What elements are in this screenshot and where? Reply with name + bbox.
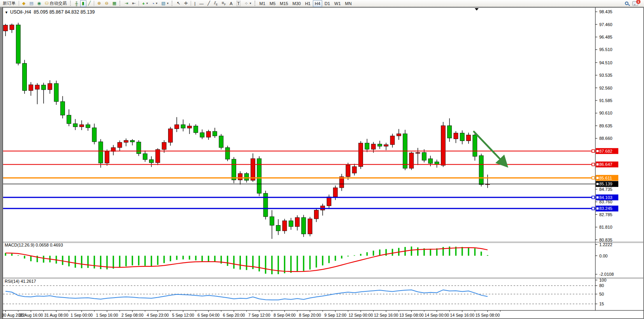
algo-trading-button[interactable]: ⛁ 自动交易: [43, 0, 68, 7]
text-label-button[interactable]: T: [235, 0, 243, 7]
new-order-label: 新订单: [3, 0, 16, 6]
price-tick-label: 81.810: [599, 225, 612, 229]
market-watch-button[interactable]: ◉: [35, 0, 43, 7]
price-tick-label: 98.435: [599, 9, 612, 14]
horizontal-line-icon: —: [199, 1, 204, 6]
chart-ohlc-values: 85.095 85.867 84.832 85.139: [34, 9, 95, 15]
price-tick-label: 90.610: [599, 111, 612, 115]
notifications-button[interactable]: 1: [630, 0, 640, 7]
label-marker: [597, 208, 598, 210]
time-axis-label: 30 Aug 16:00: [19, 313, 43, 317]
crosshair-icon: ✛: [184, 1, 188, 6]
zoom-out-button[interactable]: ⊖: [103, 0, 110, 7]
time-axis-label: 2 Sep 08:00: [121, 313, 144, 317]
horizontal-line-button[interactable]: —: [197, 0, 205, 7]
crosshair-button[interactable]: ✛: [182, 0, 190, 7]
label-marker: [597, 183, 598, 185]
auto-scroll-button[interactable]: ⇥: [123, 0, 130, 7]
chart-shift-button[interactable]: ⇤: [130, 0, 137, 7]
price-tick-label: 97.460: [599, 22, 612, 27]
main-toolbar: 新订单 ◆ ▤ ◉ ⛁ 自动交易 ╫ ▮ ╱ ⊕ ⊖ ▦ ⇥ ⇤ +▾ ◔▾ ▧…: [0, 0, 644, 7]
timeframe-button-mn[interactable]: MN: [343, 0, 354, 7]
new-chart-button[interactable]: ◆: [20, 0, 27, 7]
chevron-down-icon: ▾: [250, 2, 251, 5]
profiles-icon: ▤: [29, 1, 33, 6]
timeframe-button-m15[interactable]: M15: [278, 0, 290, 7]
window-left-edge: [0, 7, 3, 319]
time-axis-label: 5 Sep 12:00: [172, 313, 194, 317]
chevron-down-icon: ▾: [167, 2, 168, 5]
timeframe-button-h4[interactable]: H4: [313, 0, 322, 7]
timeframe-button-m1[interactable]: M1: [258, 0, 267, 7]
zoom-in-icon: ⊕: [97, 1, 101, 6]
price-line-label-text: 86.647: [599, 162, 612, 167]
text-label-icon: T: [237, 1, 241, 6]
cursor-button[interactable]: ↖: [175, 0, 182, 7]
toolbar-grip: [172, 1, 174, 6]
notification-badge: 1: [636, 0, 640, 4]
price-tick-label: 92.560: [599, 86, 612, 90]
price-tick-label: 94.510: [599, 60, 612, 65]
candlestick-chart-type-button[interactable]: ▮: [80, 0, 86, 7]
timeframe-button-d1[interactable]: D1: [323, 0, 332, 7]
candle: [308, 217, 312, 236]
text-button[interactable]: A: [228, 0, 234, 7]
toolbar-separator: [19, 1, 19, 6]
time-axis-label: 6 Sep 20:00: [223, 313, 245, 317]
zoom-in-button[interactable]: ⊕: [95, 0, 103, 7]
timeframe-button-w1[interactable]: W1: [332, 0, 343, 7]
macd-indicator-label: MACD(12.26.9) 0.0658 0.4693: [5, 243, 63, 247]
search-button[interactable]: [623, 0, 630, 7]
chart-title: ▼USOil-,H4 85.095 85.867 84.832 85.139: [5, 9, 95, 15]
time-axis-label: 31 Aug 08:00: [44, 313, 68, 317]
algo-trading-icon: ⛁: [45, 1, 48, 6]
timeframe-button-m30[interactable]: M30: [291, 0, 303, 7]
clock-icon: ◔: [152, 1, 154, 6]
search-icon: [625, 2, 628, 5]
hline-handle[interactable]: [592, 163, 595, 166]
template-icon: ▧: [161, 1, 165, 6]
time-axis-label: 14 Sep 00:00: [425, 313, 449, 317]
price-tick-label: 95.510: [599, 47, 612, 52]
templates-button[interactable]: ▧▾: [160, 0, 170, 7]
channel-button[interactable]: ⫽E: [212, 0, 220, 7]
time-axis-label: 4 Sep 23:00: [147, 313, 169, 317]
chat-bubble-icon: 1: [632, 1, 638, 6]
label-marker: [597, 196, 598, 198]
periods-button[interactable]: ◔▾: [150, 0, 160, 7]
shapes-arrows-icon: ⁘: [244, 1, 248, 6]
rsi-indicator-label: RSI(14) 41.2617: [5, 279, 36, 284]
price-tick-label: 89.635: [599, 123, 612, 128]
hline-handle[interactable]: [592, 150, 595, 152]
indicators-button[interactable]: +▾: [140, 0, 149, 7]
bar-chart-type-button[interactable]: ╫: [73, 0, 80, 7]
price-tick-label: 84.735: [599, 187, 612, 192]
line-chart-type-button[interactable]: ╱: [86, 0, 93, 7]
vertical-line-button[interactable]: |: [192, 0, 197, 7]
collapse-toggle-icon[interactable]: ▼: [5, 11, 8, 14]
tile-windows-button[interactable]: ▦: [111, 0, 118, 7]
price-tick-label: 93.535: [599, 73, 612, 78]
toolbar-separator: [94, 1, 94, 6]
label-marker: [597, 177, 598, 179]
time-axis-label: 14 Sep 16:00: [450, 313, 475, 317]
hline-handle[interactable]: [592, 176, 595, 179]
shapes-button[interactable]: ⁘▾: [242, 0, 253, 7]
fibonacci-button[interactable]: ≡F: [220, 0, 228, 7]
new-chart-icon: ◆: [22, 1, 25, 6]
toolbar-grip: [254, 1, 256, 6]
price-tick-label: 91.585: [599, 98, 612, 103]
trendline-button[interactable]: ╱: [205, 0, 212, 7]
hline-handle[interactable]: [592, 207, 595, 210]
profiles-button[interactable]: ▤: [27, 0, 35, 7]
new-order-button[interactable]: 新订单: [1, 0, 18, 7]
timeframe-button-h1[interactable]: H1: [303, 0, 312, 7]
price-line-label-text: 84.103: [599, 195, 612, 200]
time-axis-label: 12 Sep 00:00: [349, 313, 373, 317]
indicators-add-icon: +: [142, 1, 144, 6]
hline-handle[interactable]: [592, 196, 595, 199]
chart-canvas[interactable]: 98.43597.46096.48595.51094.51093.53592.5…: [0, 0, 644, 319]
price-tick-label: 96.485: [599, 35, 612, 39]
time-axis-label: 6 Sep 04:00: [197, 313, 219, 317]
timeframe-button-m5[interactable]: M5: [268, 0, 277, 7]
